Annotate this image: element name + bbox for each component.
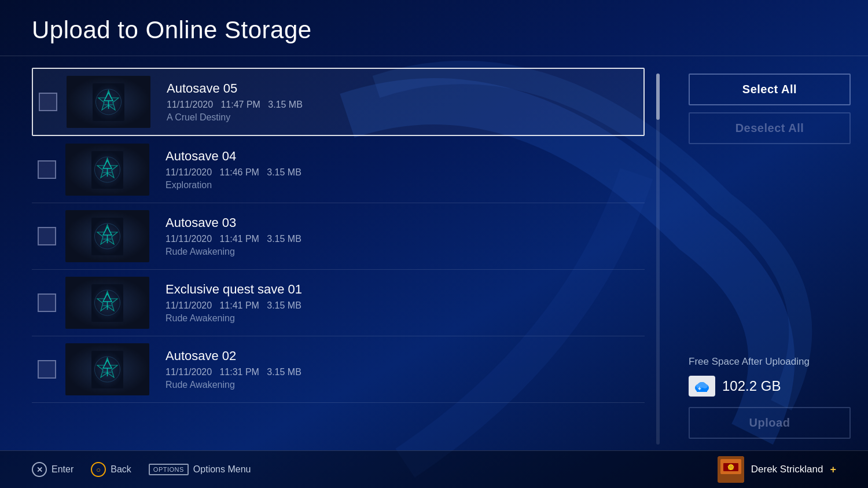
options-control: OPTIONS Options Menu <box>149 464 251 475</box>
save-item[interactable]: Exclusive quest save 01 11/11/2020 11:41… <box>32 270 645 336</box>
user-info: Derek Strickland + <box>718 456 836 483</box>
save-meta: 11/11/2020 11:46 PM 3.15 MB <box>165 167 633 178</box>
page-title: Upload to Online Storage <box>32 16 836 44</box>
save-name: Autosave 04 <box>165 149 633 164</box>
save-item[interactable]: Autosave 05 11/11/2020 11:47 PM 3.15 MB … <box>32 68 645 136</box>
save-info: Autosave 05 11/11/2020 11:47 PM 3.15 MB … <box>167 81 632 123</box>
save-description: Exploration <box>165 180 633 190</box>
save-thumbnail <box>65 210 149 262</box>
save-meta: 11/11/2020 11:41 PM 3.15 MB <box>165 300 633 311</box>
back-control: ○ Back <box>91 462 131 477</box>
save-name: Autosave 02 <box>165 348 633 364</box>
options-button-icon: OPTIONS <box>149 464 189 475</box>
deselect-all-button[interactable]: Deselect All <box>689 112 851 144</box>
user-avatar <box>718 456 744 483</box>
save-description: A Cruel Destiny <box>167 112 632 123</box>
header: Upload to Online Storage <box>0 0 868 56</box>
free-space-label: Free Space After Uploading <box>689 356 839 368</box>
save-checkbox[interactable] <box>38 293 56 312</box>
save-info: Autosave 02 11/11/2020 11:31 PM 3.15 MB … <box>165 348 633 390</box>
enter-label: Enter <box>52 464 73 475</box>
save-info: Autosave 04 11/11/2020 11:46 PM 3.15 MB … <box>165 149 633 190</box>
save-name: Autosave 03 <box>165 215 633 230</box>
save-name: Autosave 05 <box>167 81 632 96</box>
save-meta: 11/11/2020 11:47 PM 3.15 MB <box>167 100 632 110</box>
save-list: Autosave 05 11/11/2020 11:47 PM 3.15 MB … <box>0 68 645 450</box>
main-area: Autosave 05 11/11/2020 11:47 PM 3.15 MB … <box>0 56 868 450</box>
upload-button[interactable]: Upload <box>689 407 851 439</box>
save-item[interactable]: Autosave 04 11/11/2020 11:46 PM 3.15 MB … <box>32 137 645 203</box>
cloud-storage-icon: + <box>689 376 715 397</box>
free-space-value: + 102.2 GB <box>689 376 839 397</box>
svg-text:+: + <box>698 386 701 392</box>
save-description: Rude Awakening <box>165 313 633 324</box>
save-meta: 11/11/2020 11:31 PM 3.15 MB <box>165 367 633 377</box>
save-thumbnail <box>65 343 149 395</box>
save-checkbox[interactable] <box>38 227 56 245</box>
save-checkbox[interactable] <box>38 160 56 179</box>
scrollbar-track[interactable] <box>656 74 660 445</box>
save-info: Exclusive quest save 01 11/11/2020 11:41… <box>165 282 633 324</box>
free-space-amount: 102.2 GB <box>722 378 781 394</box>
select-all-button[interactable]: Select All <box>689 74 851 105</box>
bottom-bar: ✕ Enter ○ Back OPTIONS Options Menu <box>0 450 868 488</box>
save-item[interactable]: Autosave 02 11/11/2020 11:31 PM 3.15 MB … <box>32 336 645 403</box>
enter-control: ✕ Enter <box>32 462 73 477</box>
save-description: Rude Awakening <box>165 247 633 257</box>
username: Derek Strickland <box>751 464 823 475</box>
save-thumbnail <box>65 144 149 196</box>
options-label: Options Menu <box>193 464 251 475</box>
save-thumbnail <box>67 76 150 128</box>
svg-point-27 <box>702 384 708 388</box>
save-meta: 11/11/2020 11:41 PM 3.15 MB <box>165 234 633 244</box>
scrollbar-thumb <box>656 74 660 120</box>
ps-plus-icon: + <box>830 464 836 476</box>
save-checkbox[interactable] <box>38 360 56 379</box>
free-space-section: Free Space After Uploading <box>689 356 839 445</box>
save-checkbox[interactable] <box>39 93 57 111</box>
bottom-controls: ✕ Enter ○ Back OPTIONS Options Menu <box>32 462 251 477</box>
save-item[interactable]: Autosave 03 11/11/2020 11:41 PM 3.15 MB … <box>32 203 645 270</box>
save-thumbnail <box>65 277 149 329</box>
save-info: Autosave 03 11/11/2020 11:41 PM 3.15 MB … <box>165 215 633 257</box>
save-name: Exclusive quest save 01 <box>165 282 633 297</box>
circle-button-icon: ○ <box>91 462 106 477</box>
back-label: Back <box>111 464 131 475</box>
right-panel: Select All Deselect All Free Space After… <box>671 68 868 450</box>
save-description: Rude Awakening <box>165 380 633 390</box>
x-button-icon: ✕ <box>32 462 47 477</box>
